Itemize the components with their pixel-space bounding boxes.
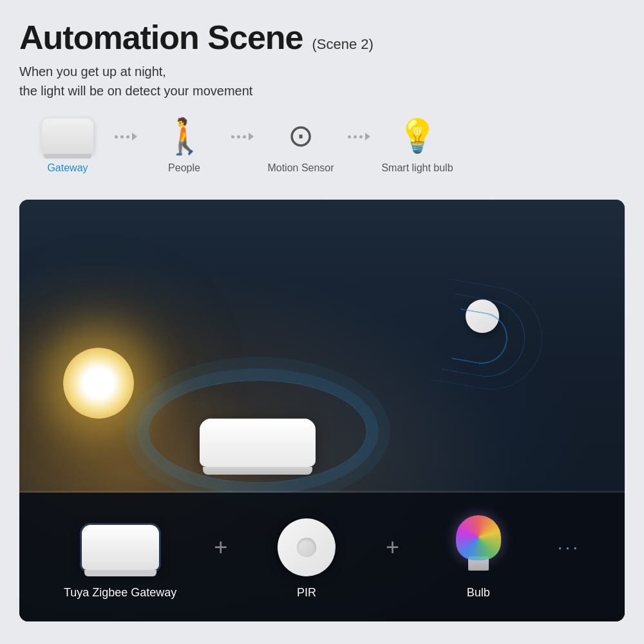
- dot: [237, 135, 240, 138]
- people-diagram-label: People: [168, 162, 200, 174]
- gateway-wave: [148, 380, 367, 483]
- dot: [126, 135, 129, 138]
- arrow-head-icon: [249, 133, 254, 140]
- dot: [243, 135, 246, 138]
- room-photo-section: Tuya Zigbee Gateway + PIR +: [19, 200, 625, 621]
- arrow-head-icon: [365, 133, 370, 140]
- bulb-diag-icon-container: 💡: [392, 113, 443, 158]
- title-row: Automation Scene (Scene 2): [19, 18, 625, 57]
- motion-sensor-icon: ⊙: [288, 120, 314, 151]
- pir-product-icon: [278, 518, 336, 576]
- gateway-product-icon: [82, 525, 159, 570]
- dot: [348, 135, 351, 138]
- gateway-diag-icon-container: [42, 113, 93, 158]
- arrow2: [226, 133, 259, 140]
- pir-product-icon-area: [265, 515, 348, 580]
- diagram-item-gateway: Gateway: [26, 113, 109, 174]
- desc-line1: When you get up at night,: [19, 64, 166, 79]
- main-title: Automation Scene: [19, 18, 303, 57]
- description: When you get up at night, the light will…: [19, 62, 625, 100]
- gateway-product-icon-area: [79, 515, 162, 580]
- bulb-product-label: Bulb: [467, 586, 490, 600]
- desc-line2: the light will be on detect your movemen…: [19, 84, 252, 98]
- arrow-head-icon: [132, 133, 137, 140]
- people-walk-icon: 🚶: [163, 118, 206, 153]
- pir-inner-dot: [297, 538, 316, 557]
- light-bulb-icon: 💡: [397, 120, 437, 152]
- diagram-item-people: 🚶 People: [142, 113, 226, 174]
- bulb-globe: [456, 515, 501, 560]
- plus-sign-2: +: [386, 534, 399, 561]
- top-section: Automation Scene (Scene 2) When you get …: [19, 18, 625, 200]
- more-options-dots[interactable]: ···: [558, 537, 580, 558]
- people-diag-icon-container: 🚶: [158, 113, 210, 158]
- dot: [120, 135, 124, 138]
- dot: [359, 135, 363, 138]
- gateway-shape-icon: [42, 118, 93, 154]
- diagram-item-motion-sensor: ⊙ Motion Sensor: [259, 113, 343, 174]
- subtitle-label: (Scene 2): [312, 36, 374, 53]
- product-item-gateway: Tuya Zigbee Gateway: [64, 515, 176, 600]
- room-lamp-orb: [63, 348, 134, 419]
- dot: [231, 135, 234, 138]
- dot: [115, 135, 118, 138]
- page-container: Automation Scene (Scene 2) When you get …: [0, 0, 644, 644]
- diagram-item-smart-bulb: 💡 Smart light bulb: [375, 113, 459, 174]
- smart-bulb-diagram-label: Smart light bulb: [381, 162, 453, 174]
- pir-product-label: PIR: [297, 586, 316, 600]
- dot: [354, 135, 357, 138]
- diagram-row: Gateway 🚶 People: [19, 113, 625, 174]
- bulb-product-icon-area: [437, 515, 520, 580]
- arrow3: [343, 133, 375, 140]
- sensor-diag-icon-container: ⊙: [275, 113, 327, 158]
- bottom-product-bar: Tuya Zigbee Gateway + PIR +: [19, 493, 625, 621]
- arrow1: [109, 133, 142, 140]
- bulb-product-icon: [453, 515, 504, 580]
- gateway-product-label: Tuya Zigbee Gateway: [64, 586, 176, 600]
- product-item-bulb: Bulb: [437, 515, 520, 600]
- plus-sign-1: +: [214, 534, 227, 561]
- motion-sensor-diagram-label: Motion Sensor: [267, 162, 334, 174]
- product-item-pir: PIR: [265, 515, 348, 600]
- gateway-diagram-label: Gateway: [47, 162, 88, 174]
